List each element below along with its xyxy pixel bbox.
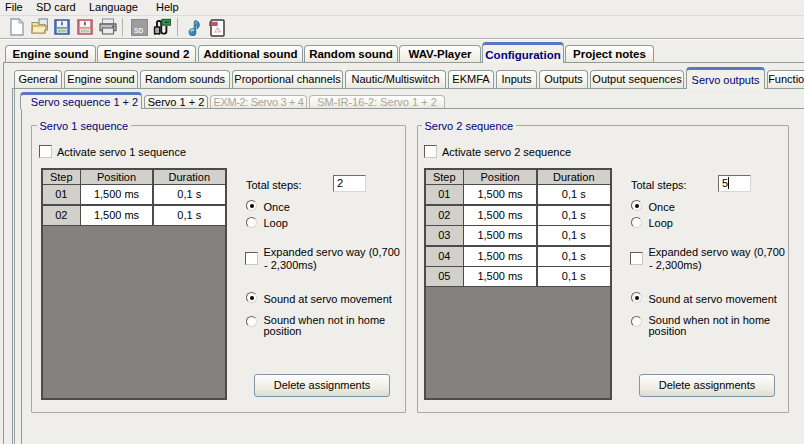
svg-text:SD: SD	[134, 27, 143, 34]
